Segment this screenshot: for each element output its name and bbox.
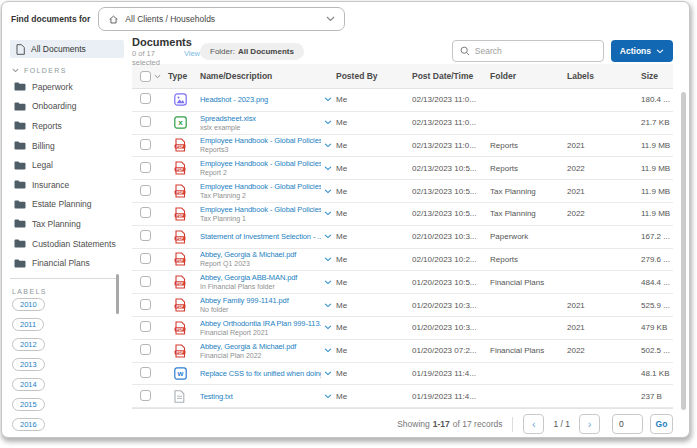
col-header-name[interactable]: Name/Description (200, 71, 336, 81)
table-row[interactable]: PDF Employee Handbook - Global Policies … (132, 135, 673, 158)
row-checkbox[interactable] (140, 139, 151, 150)
row-actions-chevron-down-icon[interactable] (324, 303, 332, 308)
row-actions-chevron-down-icon[interactable] (324, 120, 332, 125)
table-row[interactable]: PDF Abbey, Georgia ABB-MAN.pdf In Financ… (132, 271, 673, 294)
select-all-checkbox[interactable] (140, 71, 151, 82)
table-row[interactable]: PDF Employee Handbook - Global Policies … (132, 180, 673, 203)
row-checkbox[interactable] (140, 367, 151, 378)
document-name-link[interactable]: Replace CSS to fix unified when doing ..… (200, 369, 321, 378)
table-scrollbar[interactable] (681, 92, 686, 410)
sidebar-item-financial-plans[interactable]: Financial Plans (10, 253, 124, 273)
folders-section-header[interactable]: FOLDERS (12, 67, 124, 74)
table-row[interactable]: x Spreadsheet.xlsx xslx example Me 02/13… (132, 112, 673, 135)
row-checkbox[interactable] (140, 390, 151, 401)
row-checkbox[interactable] (140, 344, 151, 355)
sidebar-item-onboarding[interactable]: Onboarding (10, 97, 124, 117)
col-header-size[interactable]: Size (641, 71, 673, 81)
row-checkbox[interactable] (140, 93, 151, 104)
folder-filter-badge[interactable]: Folder: All Documents (200, 43, 304, 60)
row-actions-chevron-down-icon[interactable] (324, 257, 332, 262)
folder-item-label: Onboarding (32, 101, 76, 111)
table-row[interactable]: PDF Abbey Orthodontia IRA Plan 999-113..… (132, 317, 673, 340)
sidebar-item-tax-planning[interactable]: Tax Planning (10, 214, 124, 234)
sidebar-scrollbar[interactable] (116, 274, 119, 314)
table-row[interactable]: PDF Abbey Family 999-1141.pdf No folder … (132, 294, 673, 317)
row-actions-chevron-down-icon[interactable] (324, 211, 332, 216)
row-actions-chevron-down-icon[interactable] (324, 280, 332, 285)
document-name-link[interactable]: Employee Handbook - Global Policies ... (200, 159, 321, 168)
row-actions-chevron-down-icon[interactable] (324, 143, 332, 148)
document-name-link[interactable]: Testing.txt (200, 392, 321, 401)
previous-page-button[interactable]: ‹ (523, 414, 544, 434)
row-checkbox[interactable] (140, 299, 151, 310)
row-actions-chevron-down-icon[interactable] (324, 325, 332, 330)
row-checkbox[interactable] (140, 162, 151, 173)
col-header-folder[interactable]: Folder (490, 71, 567, 81)
row-actions-chevron-down-icon[interactable] (324, 371, 332, 376)
search-input[interactable] (475, 46, 596, 56)
label-pill-2016[interactable]: 2016 (12, 418, 45, 431)
go-button[interactable]: Go (650, 414, 673, 434)
label-pill-2011[interactable]: 2011 (12, 318, 44, 331)
sidebar: All Documents FOLDERS Paperwork Onboardi… (2, 36, 124, 438)
folder-cell: Reports (490, 255, 567, 264)
label-pill-2010[interactable]: 2010 (12, 298, 45, 311)
label-pill-2015[interactable]: 2015 (12, 398, 45, 411)
row-checkbox[interactable] (140, 207, 151, 218)
col-header-post-date[interactable]: Post Date/Time (412, 71, 490, 81)
document-name-link[interactable]: Abbey, Georgia & Michael.pdf (200, 250, 321, 259)
document-name-link[interactable]: Spreadsheet.xlsx (200, 114, 321, 123)
sidebar-item-insurance[interactable]: Insurance (10, 175, 124, 195)
row-checkbox[interactable] (140, 321, 151, 332)
document-name-link[interactable]: Statement of Investment Selection - ... (200, 232, 321, 241)
row-actions-chevron-down-icon[interactable] (324, 348, 332, 353)
next-page-button[interactable]: › (579, 414, 600, 434)
table-row[interactable]: PDF Employee Handbook - Global Policies … (132, 157, 673, 180)
row-actions-chevron-down-icon[interactable] (324, 189, 332, 194)
document-name-link[interactable]: Employee Handbook - Global Policies ... (200, 182, 321, 191)
client-selector-dropdown[interactable]: All Clients / Households (98, 7, 345, 31)
sidebar-item-billing[interactable]: Billing (10, 136, 124, 156)
row-actions-chevron-down-icon[interactable] (324, 97, 332, 102)
sidebar-divider (10, 278, 118, 279)
col-header-posted-by[interactable]: Posted By (336, 71, 412, 81)
row-checkbox[interactable] (140, 116, 151, 127)
view-link[interactable]: View (184, 49, 200, 67)
label-pill-2014[interactable]: 2014 (12, 378, 45, 391)
label-pill-2012[interactable]: 2012 (12, 338, 45, 351)
sidebar-item-reports[interactable]: Reports (10, 116, 124, 136)
labels-cell: 2022 (567, 164, 641, 173)
row-checkbox[interactable] (140, 276, 151, 287)
table-row[interactable]: Headshot - 2023.png Me 02/13/2023 11:0..… (132, 89, 673, 112)
sidebar-item-paperwork[interactable]: Paperwork (10, 77, 124, 97)
table-row[interactable]: w Replace CSS to fix unified when doing … (132, 363, 673, 386)
table-row[interactable]: PDF Abbey, Georgia & Michael.pdf Financi… (132, 340, 673, 363)
document-name-link[interactable]: Abbey, Georgia & Michael.pdf (200, 342, 321, 351)
sidebar-item-estate-planning[interactable]: Estate Planning (10, 195, 124, 215)
sidebar-item-custodian-statements[interactable]: Custodian Statements (10, 234, 124, 254)
document-name-link[interactable]: Headshot - 2023.png (200, 95, 321, 104)
row-checkbox[interactable] (140, 185, 151, 196)
sidebar-item-all-documents[interactable]: All Documents (10, 40, 124, 58)
table-row[interactable]: PDF Employee Handbook - Global Policies … (132, 203, 673, 226)
document-name-link[interactable]: Employee Handbook - Global Policies ... (200, 136, 321, 145)
row-checkbox[interactable] (140, 230, 151, 241)
document-name-link[interactable]: Employee Handbook - Global Policies ... (200, 205, 321, 214)
document-name-link[interactable]: Abbey Orthodontia IRA Plan 999-113... (200, 319, 321, 328)
col-header-labels[interactable]: Labels (567, 71, 641, 81)
sidebar-item-legal[interactable]: Legal (10, 155, 124, 175)
row-actions-chevron-down-icon[interactable] (324, 394, 332, 399)
label-pill-2013[interactable]: 2013 (12, 358, 45, 371)
row-actions-chevron-down-icon[interactable] (324, 234, 332, 239)
document-name-link[interactable]: Abbey Family 999-1141.pdf (200, 296, 321, 305)
table-row[interactable]: PDF Statement of Investment Selection - … (132, 226, 673, 249)
table-row[interactable]: Testing.txt Me 01/19/2023 11:4... 237 B (132, 385, 673, 408)
row-actions-chevron-down-icon[interactable] (324, 166, 332, 171)
page-number-input[interactable] (612, 414, 643, 434)
actions-button[interactable]: Actions (611, 40, 673, 62)
col-header-type[interactable]: Type (168, 71, 200, 81)
row-checkbox[interactable] (140, 253, 151, 264)
chevron-down-icon[interactable] (154, 74, 161, 79)
document-name-link[interactable]: Abbey, Georgia ABB-MAN.pdf (200, 273, 321, 282)
table-row[interactable]: PDF Abbey, Georgia & Michael.pdf Report … (132, 249, 673, 272)
